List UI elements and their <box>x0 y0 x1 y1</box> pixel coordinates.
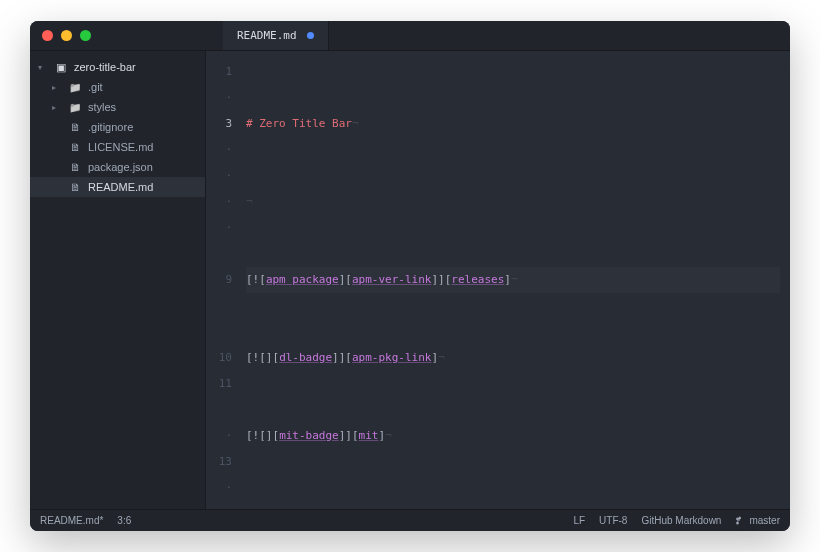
tree-label: package.json <box>88 161 153 173</box>
tree-file[interactable]: .gitignore <box>30 117 205 137</box>
minimize-icon[interactable] <box>61 30 72 41</box>
chevron-right-icon[interactable]: ▸ <box>52 83 62 92</box>
close-icon[interactable] <box>42 30 53 41</box>
modified-indicator-icon <box>307 32 314 39</box>
editor-window: README.md ▾ ▣ zero-title-bar ▸ .git ▸ st… <box>30 21 790 531</box>
repo-icon: ▣ <box>54 60 68 74</box>
tab-bar: README.md <box>223 21 329 50</box>
status-eol[interactable]: LF <box>573 515 585 526</box>
tree-label: .git <box>88 81 103 93</box>
tab-readme[interactable]: README.md <box>223 21 329 50</box>
tree-file-selected[interactable]: README.md <box>30 177 205 197</box>
status-grammar[interactable]: GitHub Markdown <box>641 515 721 526</box>
project-name: zero-title-bar <box>74 61 136 73</box>
status-branch[interactable]: master <box>735 515 780 526</box>
chevron-right-icon[interactable]: ▸ <box>52 103 62 112</box>
folder-icon <box>68 100 82 114</box>
tree-label: .gitignore <box>88 121 133 133</box>
titlebar[interactable]: README.md <box>30 21 790 51</box>
file-icon <box>68 140 82 154</box>
status-encoding[interactable]: UTF-8 <box>599 515 627 526</box>
file-icon <box>68 180 82 194</box>
file-icon <box>68 160 82 174</box>
tree-label: styles <box>88 101 116 113</box>
status-cursor[interactable]: 3:6 <box>117 515 131 526</box>
tree-label: README.md <box>88 181 153 193</box>
chevron-down-icon[interactable]: ▾ <box>38 63 48 72</box>
text-editor[interactable]: 1 · 3 · · · · 9 10 11 · 13 · 15 · <box>206 51 790 509</box>
tree-file[interactable]: package.json <box>30 157 205 177</box>
tab-label: README.md <box>237 29 297 42</box>
tree-folder[interactable]: ▸ styles <box>30 97 205 117</box>
heading-1: # Zero Title Bar <box>246 117 352 130</box>
folder-icon <box>68 80 82 94</box>
tree-label: LICENSE.md <box>88 141 153 153</box>
file-icon <box>68 120 82 134</box>
tree-file[interactable]: LICENSE.md <box>30 137 205 157</box>
git-branch-icon <box>735 516 745 526</box>
line-gutter[interactable]: 1 · 3 · · · · 9 10 11 · 13 · 15 · <box>206 51 240 509</box>
status-file[interactable]: README.md* <box>40 515 103 526</box>
file-tree[interactable]: ▾ ▣ zero-title-bar ▸ .git ▸ styles .giti… <box>30 51 206 509</box>
traffic-lights <box>30 30 103 41</box>
editor-content[interactable]: # Zero Title Bar¬ ¬ [![apm package][apm-… <box>240 51 790 509</box>
status-bar: README.md* 3:6 LF UTF-8 GitHub Markdown … <box>30 509 790 531</box>
zoom-icon[interactable] <box>80 30 91 41</box>
tree-folder[interactable]: ▸ .git <box>30 77 205 97</box>
project-root[interactable]: ▾ ▣ zero-title-bar <box>30 57 205 77</box>
